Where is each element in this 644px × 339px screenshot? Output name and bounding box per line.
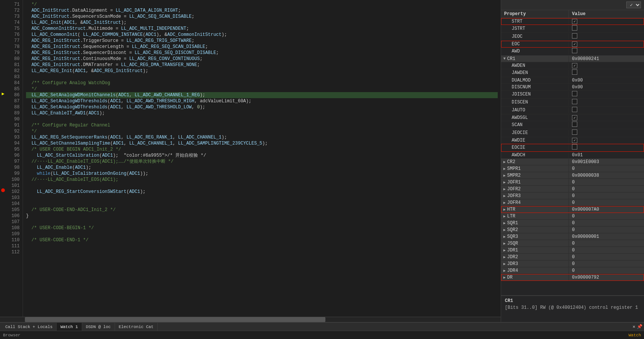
checkbox-JEOCIE[interactable] bbox=[572, 129, 577, 135]
reg-value-JDISCEN[interactable] bbox=[569, 91, 644, 98]
reg-row-JDR1[interactable]: ▶JDR10 bbox=[501, 247, 644, 254]
code-line-84[interactable]: /** Configure Analog WatchDog bbox=[26, 80, 498, 86]
code-line-73[interactable]: ADC_InitStruct.SequencersScanMode = LL_A… bbox=[26, 14, 498, 20]
expand-icon[interactable]: ▶ bbox=[503, 241, 506, 246]
reg-value-SCAN[interactable] bbox=[569, 121, 644, 129]
expand-icon[interactable]: ▶ bbox=[503, 255, 506, 259]
code-line-91[interactable]: /** Configure Regular Channel bbox=[26, 122, 498, 128]
code-line-74[interactable]: LL_ADC_Init(ADC1, &ADC_InitStruct); bbox=[26, 20, 498, 26]
reg-row-EOC[interactable]: EOC✓ bbox=[501, 41, 644, 48]
breakpoint-dot[interactable] bbox=[1, 188, 5, 192]
reg-row-SMPR2[interactable]: ▶SMPR20x00000038 bbox=[501, 172, 644, 179]
code-line-77[interactable]: ADC_REG_InitStruct.TriggerSource = LL_AD… bbox=[26, 38, 498, 44]
reg-value-JEOCIE[interactable] bbox=[569, 129, 644, 137]
checkbox-EOC[interactable]: ✓ bbox=[572, 42, 577, 47]
reg-row-AWDCH[interactable]: AWDCH0x01 bbox=[501, 152, 644, 159]
code-line-111[interactable] bbox=[26, 243, 498, 249]
horizontal-scrollbar[interactable] bbox=[0, 317, 501, 322]
reg-row-DUALMOD[interactable]: DUALMOD0x00 bbox=[501, 77, 644, 84]
code-line-102[interactable]: LL_ADC_REG_StartConversionSWStart(ADC1); bbox=[26, 189, 498, 195]
code-line-83[interactable] bbox=[26, 74, 498, 80]
expand-icon[interactable]: ▶ bbox=[503, 221, 506, 225]
reg-value-JEOC[interactable] bbox=[569, 33, 644, 40]
reg-row-DR[interactable]: ▶DR0x00000792 bbox=[501, 274, 644, 281]
code-line-78[interactable]: ADC_REG_InitStruct.SequencerLength = LL_… bbox=[26, 44, 498, 50]
expand-icon[interactable]: ▶ bbox=[503, 180, 506, 185]
code-line-96[interactable]: LL_ADC_StartCalibration(ADC1); "color:#6… bbox=[26, 153, 498, 159]
code-line-79[interactable]: ADC_REG_InitStruct.SequencerDiscont = LL… bbox=[26, 50, 498, 56]
reg-row-STRT[interactable]: STRT✓ bbox=[501, 18, 644, 25]
code-line-101[interactable] bbox=[26, 183, 498, 189]
code-line-108[interactable]: /* USER-CODE-BEGIN-1 */ bbox=[26, 225, 498, 231]
panel-dropdown[interactable]: ✓ bbox=[626, 2, 641, 8]
code-line-90[interactable] bbox=[26, 116, 498, 122]
code-line-100[interactable]: //····LL_ADC_EnableIT_EOS(ADC1); bbox=[26, 177, 498, 183]
code-text[interactable]: */ ADC_InitStruct.DataAlignment = LL_ADC… bbox=[23, 0, 501, 317]
checkbox-STRT[interactable]: ✓ bbox=[572, 19, 577, 24]
code-line-75[interactable]: ADC_CommonInitStruct.Multimode = LL_ADC_… bbox=[26, 26, 498, 32]
reg-row-DISCNUM[interactable]: DISCNUM0x00 bbox=[501, 84, 644, 91]
reg-value-AWD[interactable] bbox=[569, 48, 644, 55]
reg-row-HTR[interactable]: ▶HTR0x000007A0 bbox=[501, 206, 644, 213]
code-line-76[interactable]: LL_ADC_CommonInit( LL_ADC_COMMON_INSTANC… bbox=[26, 32, 498, 38]
reg-value-EOCIE[interactable] bbox=[569, 144, 644, 151]
register-table[interactable]: Property Value STRT✓JSTRTJEOCEOC✓AWD▼CR1… bbox=[501, 10, 644, 295]
expand-icon[interactable]: ▶ bbox=[503, 228, 506, 232]
code-line-72[interactable]: ADC_InitStruct.DataAlignment = LL_ADC_DA… bbox=[26, 8, 498, 14]
reg-value-AWDIE[interactable]: ✓ bbox=[569, 137, 644, 143]
reg-value-EOC[interactable]: ✓ bbox=[569, 41, 644, 47]
tab-dsdn[interactable]: DSDN @ loc bbox=[82, 323, 115, 331]
code-line-103[interactable] bbox=[26, 195, 498, 201]
expand-icon[interactable]: ▶ bbox=[503, 194, 506, 198]
reg-row-JDISCEN[interactable]: JDISCEN bbox=[501, 91, 644, 99]
checkbox-JEOC[interactable] bbox=[572, 33, 577, 39]
reg-value-AWDEN[interactable]: ✓ bbox=[569, 63, 644, 69]
code-line-87[interactable]: LL_ADC_SetAnalogWDThresholds(ADC1, LL_AD… bbox=[26, 98, 498, 104]
reg-value-JAWDEN[interactable] bbox=[569, 69, 644, 77]
expand-icon[interactable]: ▶ bbox=[503, 166, 506, 171]
reg-row-AWD[interactable]: AWD bbox=[501, 48, 644, 55]
code-line-71[interactable]: */ bbox=[26, 2, 498, 8]
code-line-106[interactable]: } bbox=[26, 213, 498, 219]
reg-row-JOFR3[interactable]: ▶JOFR30 bbox=[501, 193, 644, 199]
checkbox-AWDSGL[interactable]: ✓ bbox=[572, 115, 577, 120]
code-line-93[interactable]: LL_ADC_REG_SetSequencerRanks(ADC1, LL_AD… bbox=[26, 134, 498, 140]
checkbox-JAWDEN[interactable] bbox=[572, 69, 577, 75]
reg-value-AWDSGL[interactable]: ✓ bbox=[569, 115, 644, 121]
checkbox-JDISCEN[interactable] bbox=[572, 91, 577, 96]
reg-value-DISCEN[interactable] bbox=[569, 99, 644, 106]
code-line-94[interactable]: LL_ADC_SetChannelSamplingTime(ADC1, LL_A… bbox=[26, 140, 498, 146]
reg-row-CR1[interactable]: ▼CR10x00800241 bbox=[501, 55, 644, 62]
reg-value-STRT[interactable]: ✓ bbox=[569, 18, 644, 25]
reg-row-CR2[interactable]: ▶CR20x001E0003 bbox=[501, 159, 644, 165]
expand-icon[interactable]: ▶ bbox=[503, 214, 506, 219]
expand-icon[interactable]: ▶ bbox=[503, 160, 506, 164]
code-line-81[interactable]: ADC_REG_InitStruct.DMATransfer = LL_ADC_… bbox=[26, 62, 498, 68]
reg-row-SMPR1[interactable]: ▶SMPR10 bbox=[501, 165, 644, 172]
reg-row-JAWDEN[interactable]: JAWDEN bbox=[501, 69, 644, 77]
checkbox-JSTRT[interactable] bbox=[572, 25, 577, 31]
expand-icon[interactable]: ▶ bbox=[503, 275, 506, 280]
code-line-109[interactable] bbox=[26, 231, 498, 237]
expand-icon[interactable]: ▶ bbox=[503, 234, 506, 239]
checkbox-AWD[interactable] bbox=[572, 48, 577, 53]
reg-row-JDR3[interactable]: ▶JDR30 bbox=[501, 260, 644, 267]
reg-row-SQR3[interactable]: ▶SQR30x00000001 bbox=[501, 233, 644, 240]
expand-icon[interactable]: ▶ bbox=[503, 187, 506, 191]
code-line-88[interactable]: LL_ADC_SetAnalogWDThresholds(ADC1, LL_AD… bbox=[26, 104, 498, 110]
code-line-86[interactable]: LL_ADC_SetAnalogWDMonitChannels(ADC1, LL… bbox=[26, 92, 498, 98]
reg-value-JSTRT[interactable] bbox=[569, 25, 644, 32]
expand-icon[interactable]: ▶ bbox=[503, 200, 506, 205]
reg-row-AWDEN[interactable]: AWDEN✓ bbox=[501, 62, 644, 69]
reg-row-JDR2[interactable]: ▶JDR20 bbox=[501, 254, 644, 260]
checkbox-AWDIE[interactable]: ✓ bbox=[572, 138, 577, 143]
tab-watch1[interactable]: Watch 1 bbox=[57, 323, 82, 331]
code-line-98[interactable]: LL_ADC_Enable(ADC1); bbox=[26, 165, 498, 171]
code-line-112[interactable] bbox=[26, 249, 498, 255]
reg-row-JEOC[interactable]: JEOC bbox=[501, 33, 644, 41]
checkbox-DISCEN[interactable] bbox=[572, 99, 577, 104]
reg-row-JOFR4[interactable]: ▶JOFR40 bbox=[501, 199, 644, 206]
checkbox-SCAN[interactable] bbox=[572, 122, 577, 127]
code-line-82[interactable]: LL_ADC_REG_Init(ADC1, &ADC_REG_InitStruc… bbox=[26, 68, 498, 74]
code-line-80[interactable]: ADC_REG_InitStruct.ContinuousMode = LL_A… bbox=[26, 56, 498, 62]
